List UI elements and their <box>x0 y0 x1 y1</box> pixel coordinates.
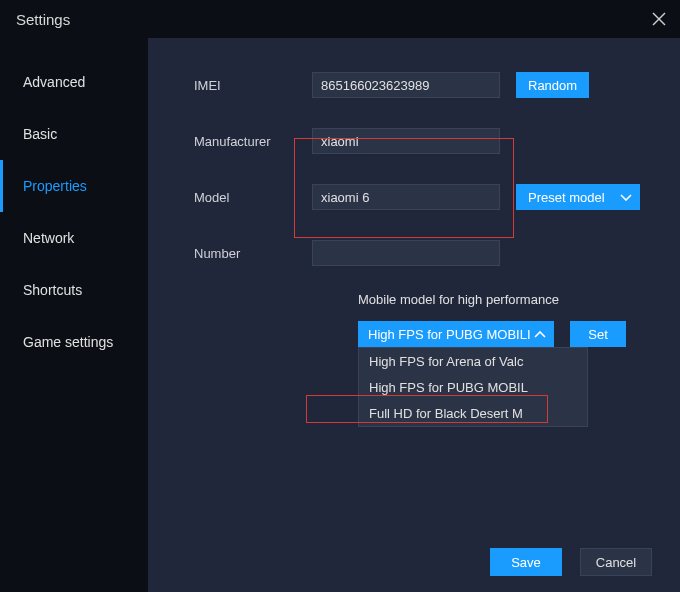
performance-selected: High FPS for PUBG MOBILI <box>368 327 531 342</box>
sidebar-item-label: Network <box>23 230 74 246</box>
form-area: IMEI Random Manufacturer Model Preset mo… <box>148 68 680 532</box>
model-input[interactable] <box>312 184 500 210</box>
sidebar-item-label: Game settings <box>23 334 113 350</box>
close-icon[interactable] <box>652 12 666 26</box>
sidebar-item-shortcuts[interactable]: Shortcuts <box>0 264 148 316</box>
row-number: Number <box>194 236 680 270</box>
sidebar-item-basic[interactable]: Basic <box>0 108 148 160</box>
settings-window: Settings Advanced Basic Properties Netwo… <box>0 0 680 592</box>
random-button[interactable]: Random <box>516 72 589 98</box>
performance-dropdown-list: High FPS for Arena of Valc High FPS for … <box>358 347 588 427</box>
dropdown-item-label: High FPS for Arena of Valc <box>369 354 523 369</box>
dropdown-item[interactable]: High FPS for PUBG MOBIL <box>359 374 587 400</box>
footer: Save Cancel <box>148 532 680 592</box>
label-number: Number <box>194 246 312 261</box>
chevron-down-icon <box>620 194 630 200</box>
preset-model-button[interactable]: Preset model <box>516 184 640 210</box>
chevron-up-icon <box>534 331 544 337</box>
sidebar-item-advanced[interactable]: Advanced <box>0 56 148 108</box>
dropdown-item-label: High FPS for PUBG MOBIL <box>369 380 528 395</box>
sidebar-item-label: Shortcuts <box>23 282 82 298</box>
sidebar-item-label: Properties <box>23 178 87 194</box>
performance-heading: Mobile model for high performance <box>194 292 680 307</box>
sidebar-item-label: Advanced <box>23 74 85 90</box>
row-manufacturer: Manufacturer <box>194 124 680 158</box>
sidebar-item-label: Basic <box>23 126 57 142</box>
body: Advanced Basic Properties Network Shortc… <box>0 38 680 592</box>
preset-model-label: Preset model <box>528 190 605 205</box>
sidebar-item-game-settings[interactable]: Game settings <box>0 316 148 368</box>
main-panel: IMEI Random Manufacturer Model Preset mo… <box>148 38 680 592</box>
number-input[interactable] <box>312 240 500 266</box>
label-model: Model <box>194 190 312 205</box>
window-title: Settings <box>16 11 70 28</box>
imei-input[interactable] <box>312 72 500 98</box>
save-button[interactable]: Save <box>490 548 562 576</box>
sidebar-item-properties[interactable]: Properties <box>0 160 148 212</box>
row-model: Model Preset model <box>194 180 680 214</box>
label-imei: IMEI <box>194 78 312 93</box>
performance-dropdown-wrap: High FPS for PUBG MOBILI Set High FPS fo… <box>194 321 680 347</box>
row-imei: IMEI Random <box>194 68 680 102</box>
sidebar-item-network[interactable]: Network <box>0 212 148 264</box>
cancel-button[interactable]: Cancel <box>580 548 652 576</box>
set-button[interactable]: Set <box>570 321 626 347</box>
sidebar: Advanced Basic Properties Network Shortc… <box>0 38 148 592</box>
dropdown-item-label: Full HD for Black Desert M <box>369 406 523 421</box>
dropdown-item[interactable]: High FPS for Arena of Valc <box>359 348 587 374</box>
label-manufacturer: Manufacturer <box>194 134 312 149</box>
dropdown-item[interactable]: Full HD for Black Desert M <box>359 400 587 426</box>
performance-dropdown[interactable]: High FPS for PUBG MOBILI <box>358 321 554 347</box>
manufacturer-input[interactable] <box>312 128 500 154</box>
titlebar: Settings <box>0 0 680 38</box>
